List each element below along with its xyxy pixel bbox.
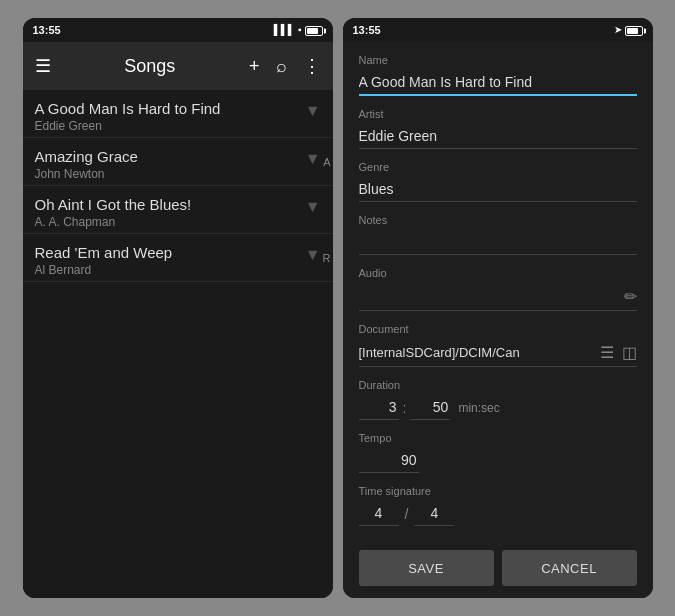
duration-label: Duration (359, 379, 637, 391)
songs-title: Songs (67, 56, 233, 77)
song-arrow-1: ▼ (305, 102, 321, 120)
timesig-sep: / (405, 506, 409, 522)
song-artist-3: A. A. Chapman (35, 215, 321, 229)
tempo-input[interactable] (359, 448, 419, 473)
battery-icon-left (305, 24, 323, 35)
timesig-row: / (359, 501, 637, 526)
genre-input[interactable] (359, 177, 637, 202)
timesig-label: Time signature (359, 485, 637, 497)
notes-field: Notes (359, 214, 637, 255)
songs-list: A Good Man Is Hard to Find Eddie Green ▼… (23, 90, 333, 598)
artist-field: Artist (359, 108, 637, 149)
save-button[interactable]: SAVE (359, 550, 494, 586)
artist-input[interactable] (359, 124, 637, 149)
song-item-3[interactable]: Oh Aint I Got the Blues! A. A. Chapman ▼ (23, 186, 333, 234)
signal-icon: ▌▌▌ (274, 24, 295, 35)
right-status-bar: 13:55 ➤ (343, 18, 653, 42)
document-value: [InternalSDCard]/DCIM/Can (359, 345, 600, 360)
name-field: Name (359, 54, 637, 96)
alpha-a: A (323, 156, 330, 168)
duration-sec-input[interactable] (410, 395, 450, 420)
song-title-2: Amazing Grace (35, 148, 321, 165)
doc-icons: ☰ ◫ (600, 343, 637, 362)
genre-label: Genre (359, 161, 637, 173)
form-actions: SAVE CANCEL (343, 538, 653, 598)
duration-row: : min:sec (359, 395, 637, 420)
duration-min-input[interactable] (359, 395, 399, 420)
notes-input[interactable] (359, 230, 637, 255)
doc-list-icon[interactable]: ☰ (600, 343, 614, 362)
name-label: Name (359, 54, 637, 66)
song-item-1[interactable]: A Good Man Is Hard to Find Eddie Green ▼ (23, 90, 333, 138)
song-title-3: Oh Aint I Got the Blues! (35, 196, 321, 213)
timesig-num-input[interactable] (359, 501, 399, 526)
tempo-row (359, 448, 637, 473)
battery-icon-right (625, 24, 643, 35)
document-row: [InternalSDCard]/DCIM/Can ☰ ◫ (359, 339, 637, 367)
audio-edit-icon[interactable]: ✏ (624, 287, 637, 306)
left-time: 13:55 (33, 24, 61, 36)
timesig-den-input[interactable] (414, 501, 454, 526)
document-label: Document (359, 323, 637, 335)
song-arrow-3: ▼ (305, 198, 321, 216)
doc-image-icon[interactable]: ◫ (622, 343, 637, 362)
audio-label: Audio (359, 267, 637, 279)
edit-form: Name Artist Genre Notes Audio (343, 42, 653, 538)
edit-phone: 13:55 ➤ Name Artist Genre (343, 18, 653, 598)
left-status-icons: ▌▌▌ ▪ (274, 24, 323, 35)
songs-header: ☰ Songs + ⌕ ⋮ (23, 42, 333, 90)
song-title-1: A Good Man Is Hard to Find (35, 100, 321, 117)
song-title-4: Read 'Em and Weep (35, 244, 321, 261)
audio-input[interactable] (359, 289, 624, 305)
audio-row: ✏ (359, 283, 637, 311)
right-time: 13:55 (353, 24, 381, 36)
name-input[interactable] (359, 70, 637, 96)
more-icon[interactable]: ⋮ (303, 55, 321, 77)
song-artist-4: Al Bernard (35, 263, 321, 277)
notes-label: Notes (359, 214, 637, 226)
song-arrow-2: ▼ (305, 150, 321, 168)
duration-field: Duration : min:sec (359, 379, 637, 420)
duration-sep: : (403, 400, 407, 416)
bluetooth-icon: ➤ (614, 24, 622, 35)
left-status-bar: 13:55 ▌▌▌ ▪ (23, 18, 333, 42)
timesig-field: Time signature / (359, 485, 637, 526)
duration-unit: min:sec (458, 401, 499, 415)
cancel-button[interactable]: CANCEL (502, 550, 637, 586)
right-status-icons: ➤ (614, 24, 643, 35)
audio-field: Audio ✏ (359, 267, 637, 311)
songs-phone: 13:55 ▌▌▌ ▪ ☰ Songs + ⌕ ⋮ A Good Man Is … (23, 18, 333, 598)
song-artist-1: Eddie Green (35, 119, 321, 133)
document-field: Document [InternalSDCard]/DCIM/Can ☰ ◫ (359, 323, 637, 367)
song-artist-2: John Newton (35, 167, 321, 181)
wifi-icon: ▪ (298, 24, 302, 35)
song-item-4[interactable]: Read 'Em and Weep Al Bernard ▼ R (23, 234, 333, 282)
menu-icon[interactable]: ☰ (35, 55, 51, 77)
add-icon[interactable]: + (249, 56, 260, 77)
song-arrow-4: ▼ (305, 246, 321, 264)
song-item-2[interactable]: Amazing Grace John Newton ▼ A (23, 138, 333, 186)
tempo-field: Tempo (359, 432, 637, 473)
alpha-r: R (323, 252, 331, 264)
tempo-label: Tempo (359, 432, 637, 444)
genre-field: Genre (359, 161, 637, 202)
search-icon[interactable]: ⌕ (276, 56, 287, 77)
artist-label: Artist (359, 108, 637, 120)
